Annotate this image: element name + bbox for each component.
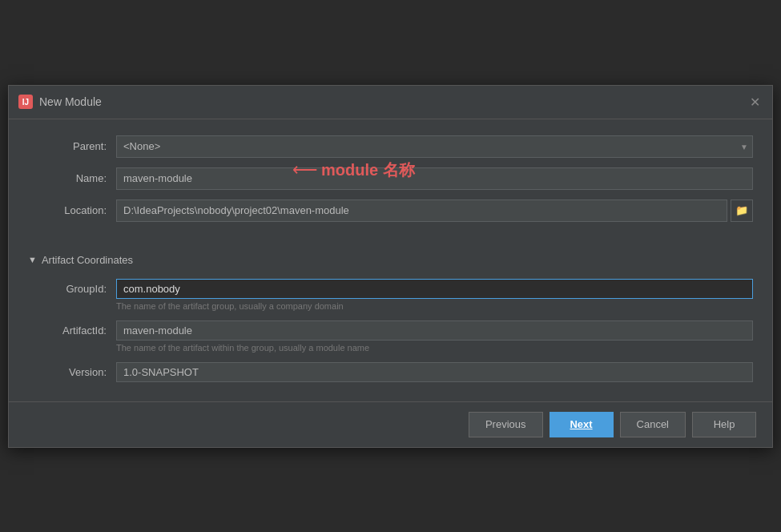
location-input-wrap: 📁 xyxy=(116,200,753,222)
parent-select-wrap: <None> ▼ xyxy=(116,135,753,158)
artifactid-row: ArtifactId: The name of the artifact wit… xyxy=(28,320,753,359)
browse-folder-button[interactable]: 📁 xyxy=(731,200,753,222)
name-row: Name: ⟵ module 名称 xyxy=(28,167,753,190)
location-row: Location: 📁 xyxy=(28,200,753,222)
artifactid-input[interactable] xyxy=(116,320,753,341)
parent-select[interactable]: <None> xyxy=(116,135,753,158)
app-icon: IJ xyxy=(18,95,33,109)
version-row: Version: xyxy=(28,362,753,382)
help-button[interactable]: Help xyxy=(692,412,756,437)
next-button[interactable]: Next xyxy=(550,412,614,437)
new-module-dialog: IJ New Module ✕ Parent: <None> ▼ Name: xyxy=(8,85,773,448)
section-header: ▼ Artifact Coordinates xyxy=(28,254,753,266)
parent-row: Parent: <None> ▼ xyxy=(28,135,753,158)
name-label: Name: xyxy=(28,172,116,184)
location-input[interactable] xyxy=(116,200,727,222)
location-label: Location: xyxy=(28,204,116,216)
cancel-button[interactable]: Cancel xyxy=(620,412,686,437)
artifact-coordinates-title: Artifact Coordinates xyxy=(42,254,133,266)
version-input[interactable] xyxy=(116,362,753,382)
groupid-label: GroupId: xyxy=(28,279,116,295)
artifact-section: ▼ Artifact Coordinates GroupId: The name… xyxy=(28,254,753,382)
dialog-titlebar: IJ New Module ✕ xyxy=(9,86,772,119)
title-left: IJ New Module xyxy=(18,95,102,109)
groupid-input[interactable] xyxy=(116,279,753,299)
version-input-group xyxy=(116,362,753,382)
name-input-wrap: ⟵ module 名称 xyxy=(116,167,753,190)
groupid-hint: The name of the artifact group, usually … xyxy=(116,301,753,311)
separator xyxy=(28,232,753,248)
artifactid-input-group: The name of the artifact within the grou… xyxy=(116,320,753,359)
parent-label: Parent: xyxy=(28,140,116,152)
section-toggle-icon[interactable]: ▼ xyxy=(28,255,37,264)
dialog-footer: Previous Next Cancel Help xyxy=(9,401,772,447)
name-input[interactable] xyxy=(116,167,753,190)
close-button[interactable]: ✕ xyxy=(747,94,763,110)
version-label: Version: xyxy=(28,362,116,378)
groupid-row: GroupId: The name of the artifact group,… xyxy=(28,279,753,317)
groupid-input-group: The name of the artifact group, usually … xyxy=(116,279,753,317)
artifactid-label: ArtifactId: xyxy=(28,320,116,337)
folder-icon: 📁 xyxy=(735,204,748,216)
artifactid-hint: The name of the artifact within the grou… xyxy=(116,343,753,353)
dialog-title: New Module xyxy=(39,95,102,108)
previous-button[interactable]: Previous xyxy=(469,412,543,437)
dialog-body: Parent: <None> ▼ Name: ⟵ module 名称 L xyxy=(9,119,772,401)
